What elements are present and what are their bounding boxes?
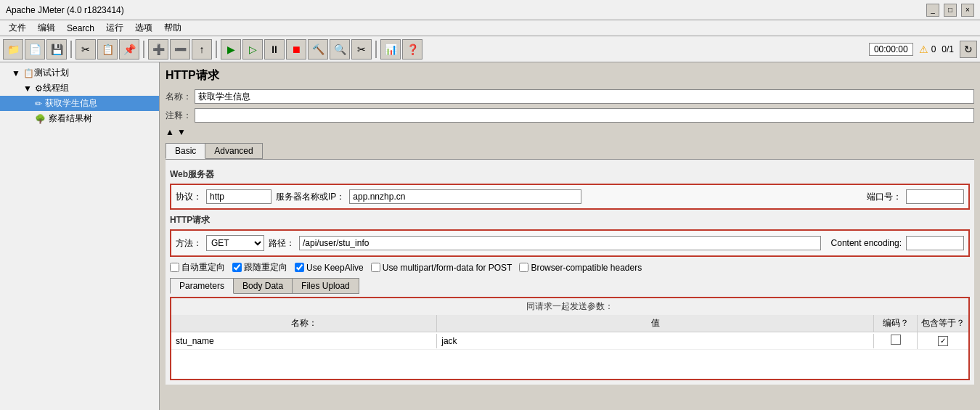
content-area: HTTP请求 名称： 注释： ▲ ▼ Basic Advanced Web服务器… — [160, 62, 980, 410]
run-all-button[interactable]: ▷ — [242, 39, 263, 60]
result-icon: 🌳 — [35, 114, 46, 124]
follow-redirect-label: 跟随重定向 — [244, 261, 287, 274]
keepalive-checkbox[interactable]: Use KeepAlive — [295, 263, 364, 273]
path-label: 路径： — [269, 237, 295, 250]
web-server-row: 协议： 服务器名称或IP： 端口号： — [176, 189, 964, 204]
http-method-row: 方法： GET POST PUT DELETE 路径： Content enco… — [176, 235, 964, 251]
auto-redirect-checkbox[interactable]: 自动重定向 — [170, 261, 225, 274]
auto-redirect-label: 自动重定向 — [181, 261, 225, 274]
param-include-cell: ✓ — [918, 333, 968, 348]
encoding-input[interactable] — [906, 236, 964, 250]
tab-basic[interactable]: Basic — [166, 143, 205, 159]
subtab-files-upload[interactable]: Files Upload — [292, 278, 359, 294]
window-controls: _ □ × — [926, 4, 974, 17]
collapse-arrow-down[interactable]: ▼ — [177, 127, 186, 137]
help-button[interactable]: ❓ — [402, 39, 422, 60]
sidebar-item-test-plan[interactable]: ▼ 📋 测试计划 — [0, 65, 159, 81]
separator-2 — [143, 41, 144, 58]
tab-advanced[interactable]: Advanced — [205, 143, 262, 159]
zoom-button[interactable]: 🔍 — [330, 39, 350, 60]
protocol-input[interactable] — [206, 189, 271, 204]
test-plan-label: 测试计划 — [34, 67, 69, 79]
server-input[interactable] — [349, 189, 581, 204]
browser-headers-checkbox[interactable]: Browser-compatible headers — [519, 263, 642, 273]
keepalive-label: Use KeepAlive — [306, 263, 364, 273]
menu-bar: 文件 编辑 Search 运行 选项 帮助 — [0, 20, 980, 36]
menu-run[interactable]: 运行 — [100, 20, 129, 36]
sidebar-item-get-student[interactable]: ✏ 获取学生信息 — [0, 96, 159, 111]
name-input[interactable] — [195, 89, 974, 104]
param-value-cell: jack — [437, 334, 874, 348]
pause-button[interactable]: ⏸ — [264, 39, 285, 60]
thread-group-icon: ⚙ — [35, 83, 43, 94]
warning-count: 0 — [931, 44, 936, 54]
toolbar: 📁 📄 💾 ✂ 📋 📌 ➕ ➖ ↑ ▶ ▷ ⏸ ⏹ 🔨 🔍 ✂ 📊 ❓ 00:0… — [0, 36, 980, 62]
get-student-label: 获取学生信息 — [45, 97, 97, 110]
multipart-checkbox[interactable]: Use multipart/form-data for POST — [371, 263, 513, 273]
name-label: 名称： — [166, 91, 195, 103]
subtab-parameters[interactable]: Parameters — [170, 278, 234, 294]
main-layout: ▼ 📋 测试计划 ▼ ⚙ 线程组 ✏ 获取学生信息 🌳 察看结果树 HTTP请求… — [0, 62, 980, 410]
result-tree-label: 察看结果树 — [49, 112, 92, 125]
sidebar-item-thread-group[interactable]: ▼ ⚙ 线程组 — [0, 81, 159, 96]
stop-button[interactable]: ⏹ — [286, 39, 306, 60]
hammer-button[interactable]: 🔨 — [308, 39, 328, 60]
multipart-label: Use multipart/form-data for POST — [383, 263, 513, 273]
server-label: 服务器名称或IP： — [276, 191, 345, 203]
maximize-button[interactable]: □ — [944, 4, 957, 17]
param-name-cell: stu_name — [171, 334, 437, 348]
warning-icon: ⚠ — [919, 44, 928, 55]
menu-file[interactable]: 文件 — [3, 20, 32, 36]
cut-button[interactable]: ✂ — [75, 39, 96, 60]
save-button[interactable]: 💾 — [46, 39, 67, 60]
include-checkbox[interactable]: ✓ — [938, 336, 948, 346]
main-tabs: Basic Advanced — [166, 143, 974, 159]
scissors-button[interactable]: ✂ — [351, 39, 372, 60]
chart-button[interactable]: 📊 — [380, 39, 401, 60]
toolbar-right: 00:00:00 ⚠ 0 0/1 ↻ — [869, 41, 977, 58]
menu-search[interactable]: Search — [61, 22, 100, 35]
param-encode-cell — [874, 332, 918, 349]
new-button[interactable]: 📄 — [25, 39, 45, 60]
thread-group-label: 线程组 — [43, 82, 69, 94]
close-button[interactable]: × — [961, 4, 974, 17]
name-field-row: 名称： — [166, 89, 974, 104]
move-up-button[interactable]: ↑ — [192, 39, 212, 60]
col-name-header: 名称： — [171, 315, 437, 332]
checkboxes-row: 自动重定向 跟随重定向 Use KeepAlive Use multipart/… — [170, 261, 970, 274]
collapse-arrow-up[interactable]: ▲ — [166, 127, 174, 137]
paste-button[interactable]: 📌 — [119, 39, 139, 60]
timer-display: 00:00:00 — [869, 43, 913, 56]
follow-redirect-checkbox[interactable]: 跟随重定向 — [232, 261, 287, 274]
comment-input[interactable] — [195, 108, 974, 123]
subtab-body-data[interactable]: Body Data — [233, 278, 293, 294]
port-input[interactable] — [906, 189, 964, 204]
col-value-header: 值 — [437, 315, 874, 332]
sidebar: ▼ 📋 测试计划 ▼ ⚙ 线程组 ✏ 获取学生信息 🌳 察看结果树 — [0, 62, 160, 410]
run-button[interactable]: ▶ — [221, 39, 241, 60]
encode-checkbox[interactable] — [891, 335, 901, 345]
remove-button[interactable]: ➖ — [170, 39, 190, 60]
app-title: Apache JMeter (4.0 r1823414) — [6, 5, 124, 15]
method-select[interactable]: GET POST PUT DELETE — [206, 235, 264, 251]
counter-display: 0/1 — [942, 44, 954, 54]
copy-button[interactable]: 📋 — [97, 39, 118, 60]
add-button[interactable]: ➕ — [148, 39, 168, 60]
open-button[interactable]: 📁 — [3, 39, 23, 60]
params-section: 同请求一起发送参数： 名称： 值 编码？ 包含等于？ stu_name jack — [170, 297, 970, 380]
test-plan-icon: 📋 — [23, 68, 34, 78]
refresh-button[interactable]: ↻ — [960, 41, 977, 58]
menu-options[interactable]: 选项 — [129, 20, 158, 36]
warning-display: ⚠ 0 — [919, 44, 936, 55]
menu-edit[interactable]: 编辑 — [32, 20, 61, 36]
sidebar-item-result-tree[interactable]: 🌳 察看结果树 — [0, 111, 159, 126]
separator-1 — [70, 41, 72, 58]
col-include-header: 包含等于？ — [918, 315, 968, 332]
empty-rows — [171, 350, 968, 379]
path-input[interactable] — [299, 236, 821, 250]
panel-title: HTTP请求 — [166, 68, 974, 83]
web-server-section: 协议： 服务器名称或IP： 端口号： — [170, 184, 970, 210]
browser-headers-label: Browser-compatible headers — [531, 263, 642, 273]
menu-help[interactable]: 帮助 — [158, 20, 187, 36]
minimize-button[interactable]: _ — [926, 4, 939, 17]
